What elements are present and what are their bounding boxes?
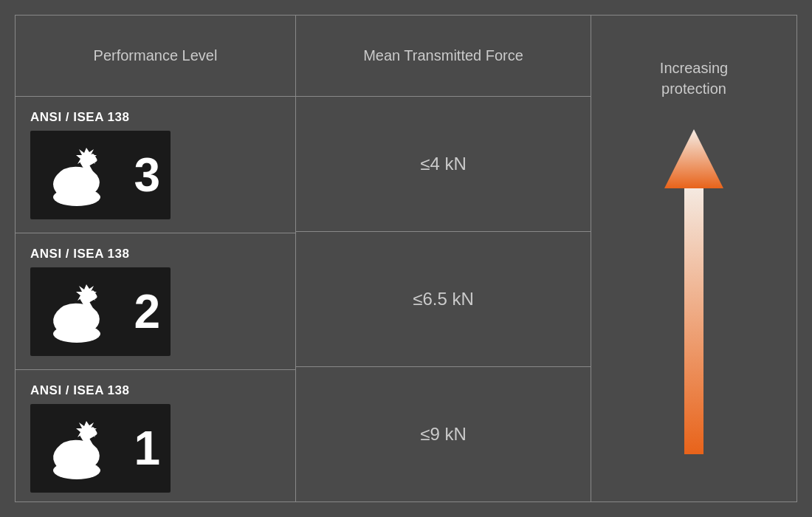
mean-force-column: Mean Transmitted Force ≤4 kN ≤6.5 kN ≤9 … [296, 16, 591, 501]
ansi-label-1: ANSI / ISEA 138 [30, 383, 129, 398]
performance-level-header: Performance Level [16, 16, 295, 97]
icon-box-2: 2 [30, 267, 171, 356]
svg-rect-12 [684, 181, 703, 454]
svg-marker-13 [664, 129, 723, 188]
increasing-protection-arrow [664, 122, 723, 476]
protection-label: protection [661, 78, 726, 99]
force-value-2: ≤6.5 kN [413, 289, 474, 309]
main-table: Performance Level ANSI / ISEA 138 [15, 15, 797, 502]
row-level-2: ANSI / ISEA 138 2 [16, 233, 295, 370]
icon-box-1: 1 [30, 404, 171, 493]
performance-level-column: Performance Level ANSI / ISEA 138 [16, 16, 296, 501]
force-value-1: ≤9 kN [420, 424, 467, 445]
arrow-container [664, 119, 723, 501]
row-level-1: ANSI / ISEA 138 1 [16, 370, 295, 506]
level-number-3: 3 [134, 151, 160, 199]
increasing-label: Increasing [660, 58, 728, 78]
mean-force-label: Mean Transmitted Force [363, 47, 523, 64]
force-row-3: ≤4 kN [296, 97, 591, 232]
hand-hammer-icon-1 [41, 415, 128, 482]
icon-box-3: 3 [30, 131, 171, 219]
force-value-3: ≤4 kN [420, 154, 467, 174]
force-row-2: ≤6.5 kN [296, 232, 591, 367]
hand-hammer-svg-1 [44, 415, 125, 482]
hand-hammer-svg-3 [44, 142, 125, 208]
level-number-1: 1 [134, 425, 160, 472]
row-level-3: ANSI / ISEA 138 [16, 97, 295, 233]
hand-hammer-icon-3 [41, 142, 128, 208]
level-number-2: 2 [134, 288, 160, 335]
protection-column: Increasing protection [591, 16, 796, 501]
hand-hammer-svg-2 [44, 278, 125, 345]
hand-hammer-icon-2 [41, 278, 128, 345]
ansi-label-2: ANSI / ISEA 138 [30, 247, 129, 261]
ansi-label-3: ANSI / ISEA 138 [30, 110, 129, 125]
protection-header: Increasing protection [648, 38, 740, 119]
force-row-1: ≤9 kN [296, 367, 591, 501]
mean-force-header: Mean Transmitted Force [296, 16, 591, 97]
performance-level-label: Performance Level [94, 47, 218, 64]
